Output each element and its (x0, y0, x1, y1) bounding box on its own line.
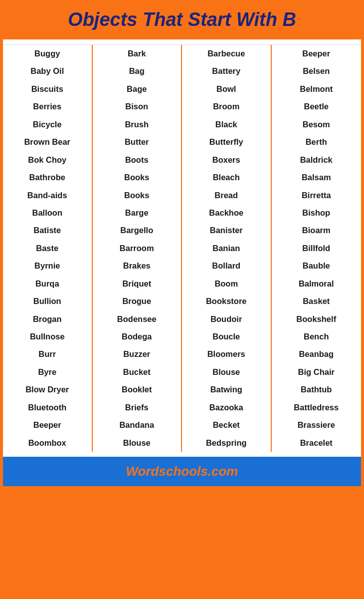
word-item: Bandana (95, 416, 179, 434)
word-item: Bookstore (184, 293, 268, 310)
word-item: Blouse (184, 363, 268, 381)
word-item: Balmoral (274, 275, 359, 293)
columns-container: BuggyBaby OilBiscuitsBerriesBicycleBrown… (3, 44, 361, 452)
word-item: Beetle (274, 98, 359, 115)
word-item: Bookshelf (274, 310, 359, 328)
word-item: Boudoir (184, 310, 268, 328)
word-item: Band-aids (5, 187, 89, 204)
word-item: Brakes (95, 257, 179, 275)
word-item: Bag (95, 62, 179, 80)
word-item: Barroom (95, 240, 179, 257)
word-item: Bathtub (274, 381, 359, 398)
word-item: Besom (274, 116, 359, 133)
word-item: Baste (5, 240, 89, 257)
word-item: Bishop (274, 204, 359, 222)
word-item: Butter (95, 133, 179, 151)
word-item: Bucket (95, 363, 179, 381)
word-item: Bluetooth (5, 399, 89, 416)
word-item: Bison (95, 98, 179, 115)
word-item: Big Chair (274, 363, 359, 381)
word-item: Balsam (274, 169, 359, 186)
word-item: Battledress (274, 399, 359, 416)
word-item: Becket (184, 416, 268, 434)
column-1: BuggyBaby OilBiscuitsBerriesBicycleBrown… (3, 45, 93, 452)
word-item: Brassiere (274, 416, 359, 434)
word-item: Bloomers (184, 345, 268, 363)
word-item: Buggy (5, 45, 89, 62)
word-item: Briefs (95, 399, 179, 416)
word-item: Backhoe (184, 204, 268, 222)
word-item: Boxers (184, 151, 268, 169)
word-item: Brogan (5, 310, 89, 328)
word-item: Bread (184, 187, 268, 204)
word-item: Banister (184, 222, 268, 239)
word-item: Briquet (95, 275, 179, 293)
word-item: Boom (184, 275, 268, 293)
word-item: Battery (184, 62, 268, 80)
word-item: Bedspring (184, 434, 268, 452)
word-item: Billfold (274, 240, 359, 257)
word-item: Batwing (184, 381, 268, 398)
word-item: Biscuits (5, 80, 89, 98)
word-item: Butterfly (184, 133, 268, 151)
word-item: Black (184, 116, 268, 133)
word-item: Byrnie (5, 257, 89, 275)
word-item: Broom (184, 98, 268, 115)
word-item: Bollard (184, 257, 268, 275)
page-title: Objects That Start With B (5, 9, 359, 30)
word-item: Brogue (95, 293, 179, 310)
word-item: Bark (95, 45, 179, 62)
word-item: Boombox (5, 434, 89, 452)
word-item: Burqa (5, 275, 89, 293)
word-item: Bioarm (274, 222, 359, 239)
word-item: Bargello (95, 222, 179, 239)
word-item: Blow Dryer (5, 381, 89, 398)
word-item: Belmont (274, 80, 359, 98)
word-item: Bage (95, 80, 179, 98)
word-item: Brown Bear (5, 133, 89, 151)
word-item: Bullion (5, 293, 89, 310)
word-item: Batiste (5, 222, 89, 239)
column-3: BarbecueBatteryBowlBroomBlackButterflyBo… (182, 45, 272, 452)
footer: Wordschools.com (3, 457, 361, 486)
word-item: Beanbag (274, 345, 359, 363)
word-item: Bleach (184, 169, 268, 186)
word-item: Beeper (274, 45, 359, 62)
word-item: Booklet (95, 381, 179, 398)
word-item: Barge (95, 204, 179, 222)
word-item: Boucle (184, 328, 268, 345)
word-item: Blouse (95, 434, 179, 452)
word-item: Books (95, 169, 179, 186)
word-item: Beeper (5, 416, 89, 434)
word-item: Bathrobe (5, 169, 89, 186)
word-item: Bok Choy (5, 151, 89, 169)
word-item: Basket (274, 293, 359, 310)
footer-label: Wordschools.com (126, 464, 238, 479)
word-item: Belsen (274, 62, 359, 80)
word-item: Bodega (95, 328, 179, 345)
word-item: Books (95, 187, 179, 204)
word-item: Brush (95, 116, 179, 133)
word-item: Banian (184, 240, 268, 257)
word-item: Barbecue (184, 45, 268, 62)
word-item: Bench (274, 328, 359, 345)
word-item: Birretta (274, 187, 359, 204)
column-4: BeeperBelsenBelmontBeetleBesomBerthBaldr… (272, 45, 362, 452)
main-content: BuggyBaby OilBiscuitsBerriesBicycleBrown… (3, 39, 361, 457)
word-item: Berries (5, 98, 89, 115)
word-item: Boots (95, 151, 179, 169)
column-2: BarkBagBageBisonBrushButterBootsBooksBoo… (93, 45, 182, 452)
word-item: Balloon (5, 204, 89, 222)
word-item: Bazooka (184, 399, 268, 416)
word-item: Bicycle (5, 116, 89, 133)
word-item: Burr (5, 345, 89, 363)
word-item: Buzzer (95, 345, 179, 363)
word-item: Bullnose (5, 328, 89, 345)
word-item: Bowl (184, 80, 268, 98)
word-item: Berth (274, 133, 359, 151)
word-item: Bodensee (95, 310, 179, 328)
word-item: Byre (5, 363, 89, 381)
word-item: Baldrick (274, 151, 359, 169)
word-item: Baby Oil (5, 62, 89, 80)
word-item: Bauble (274, 257, 359, 275)
